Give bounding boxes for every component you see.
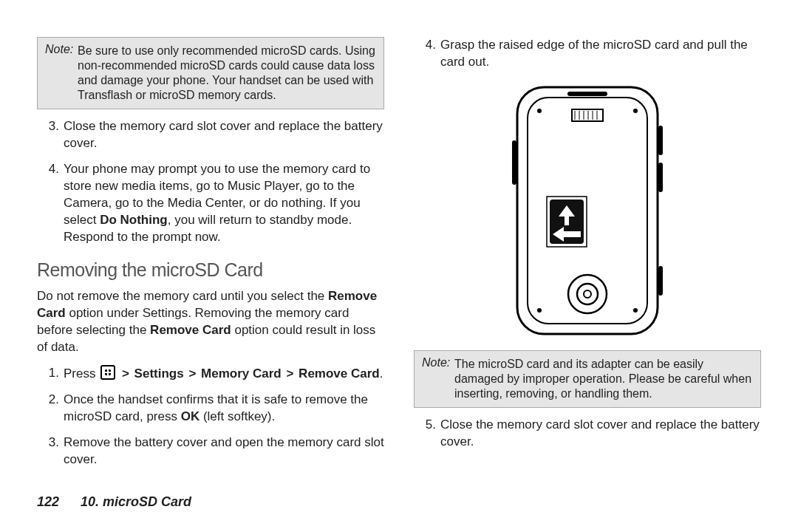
step-body: Grasp the raised edge of the microSD car… <box>440 37 761 71</box>
svg-point-12 <box>537 308 542 313</box>
section-title: 10. microSD Card <box>81 494 191 509</box>
step-3: 3. Close the memory card slot cover and … <box>37 118 384 152</box>
svg-rect-2 <box>567 92 607 96</box>
text: (left softkey). <box>200 409 275 423</box>
heading-removing: Removing the microSD Card <box>37 258 384 283</box>
remove-steps: 1. Press > Settings > Memory Card > Remo… <box>37 365 384 468</box>
note-label: Note: <box>422 356 450 369</box>
step-number: 5. <box>414 417 440 451</box>
step-4: 4. Your phone may prompt you to use the … <box>37 161 384 246</box>
step-number: 4. <box>414 37 440 71</box>
step-5: 5. Close the memory card slot cover and … <box>414 417 761 451</box>
do-nothing-bold: Do Nothing <box>100 213 168 227</box>
svg-rect-6 <box>512 140 516 185</box>
microsd-slot-icon <box>550 200 584 244</box>
note-box-top: Note: Be sure to use only recommended mi… <box>37 37 384 109</box>
remove-steps-final: 5. Close the memory card slot cover and … <box>414 417 761 451</box>
text: Press <box>64 366 99 381</box>
step-body: Press > Settings > Memory Card > Remove … <box>64 365 384 383</box>
svg-point-11 <box>633 109 638 113</box>
remove-card-bold: Remove Card <box>150 323 231 337</box>
phone-back-illustration <box>510 81 665 340</box>
gt-icon: > <box>122 366 129 381</box>
step-number: 3. <box>37 118 64 152</box>
svg-rect-9 <box>658 266 663 296</box>
page-footer: 122 10. microSD Card <box>37 494 191 510</box>
intro-paragraph: Do not remove the memory card until you … <box>37 288 384 356</box>
svg-rect-14 <box>572 109 603 121</box>
svg-point-5 <box>584 290 591 298</box>
svg-rect-7 <box>658 126 663 155</box>
note-label: Note: <box>45 43 73 55</box>
ok-bold: OK <box>181 409 200 423</box>
step-number: 1. <box>37 365 64 383</box>
step-1: 1. Press > Settings > Memory Card > Remo… <box>37 365 384 383</box>
text: Do not remove the memory card until you … <box>37 289 328 303</box>
insert-steps-continued: 3. Close the memory card slot cover and … <box>37 118 384 246</box>
gt-icon: > <box>286 366 293 381</box>
step-body: Your phone may prompt you to use the mem… <box>64 161 384 246</box>
step-number: 4. <box>37 161 64 246</box>
step-body: Close the memory card slot cover and rep… <box>64 118 384 152</box>
left-column: Note: Be sure to use only recommended mi… <box>37 37 384 532</box>
note-body: The microSD card and its adapter can be … <box>422 357 753 401</box>
step-2: 2. Once the handset confirms that it is … <box>37 392 384 426</box>
page-number: 122 <box>37 494 59 509</box>
gt-icon: > <box>188 366 196 381</box>
remove-steps-continued: 4. Grasp the raised edge of the microSD … <box>414 37 761 71</box>
step-number: 3. <box>37 434 64 468</box>
text: . <box>380 366 383 381</box>
step-body: Once the handset confirms that it is saf… <box>64 392 384 426</box>
note-body: Be sure to use only recommended microSD … <box>45 44 376 103</box>
svg-point-10 <box>537 109 542 113</box>
step-body: Remove the battery cover and open the me… <box>64 434 384 468</box>
path-remove-card: Remove Card <box>299 366 380 381</box>
note-box-bottom: Note: The microSD card and its adapter c… <box>414 350 761 408</box>
svg-rect-8 <box>658 163 663 192</box>
step-4: 4. Grasp the raised edge of the microSD … <box>414 37 761 71</box>
svg-point-13 <box>633 308 638 313</box>
step-body: Close the memory card slot cover and rep… <box>440 417 761 451</box>
manual-page: Note: Be sure to use only recommended mi… <box>0 0 798 532</box>
step-number: 2. <box>37 392 64 426</box>
path-memory-card: Memory Card <box>201 366 282 381</box>
menu-key-icon <box>100 365 115 380</box>
step-3: 3. Remove the battery cover and open the… <box>37 434 384 468</box>
path-settings: Settings <box>134 366 184 381</box>
right-column: 4. Grasp the raised edge of the microSD … <box>414 37 761 532</box>
